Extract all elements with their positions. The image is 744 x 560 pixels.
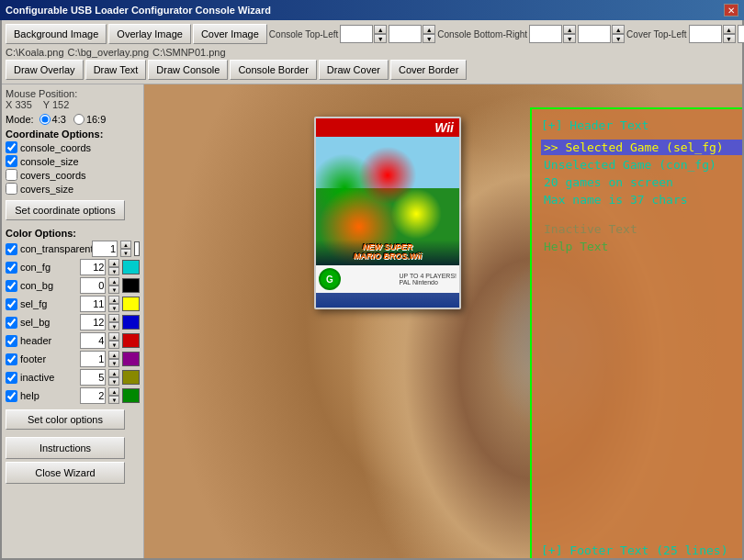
sel-fg-swatch[interactable] [122,297,140,311]
console-br-x-down[interactable]: ▼ [563,34,576,43]
header-swatch[interactable] [122,333,140,348]
sel-bg-swatch[interactable] [122,315,140,330]
footer-down[interactable]: ▼ [108,359,119,367]
con-bg-swatch[interactable] [122,278,140,293]
sel-fg-down[interactable]: ▼ [108,304,119,312]
file-row: C:\Koala.png C:\bg_overlay.png C:\SMNP01… [6,47,738,58]
console-br-y-down[interactable]: ▼ [612,34,625,43]
cover-image-button[interactable]: Cover Image [193,24,267,44]
con-fg-swatch[interactable] [122,260,140,274]
header-up[interactable]: ▲ [108,332,119,341]
console-br-y-up[interactable]: ▲ [612,25,625,34]
console-br-x-up[interactable]: ▲ [563,25,576,34]
header-checkbox[interactable] [6,335,17,347]
coordinate-options-label: Coordinate Options: [6,129,140,140]
footer-up[interactable]: ▲ [108,351,119,359]
console-border-button[interactable]: Console Border [230,60,316,80]
con-fg-spin[interactable] [80,259,106,275]
inactive-checkbox[interactable] [6,372,17,384]
cover-tl-x-up[interactable]: ▲ [723,25,736,34]
console-size-checkbox[interactable] [6,155,17,167]
con-bg-spin[interactable] [80,277,106,294]
set-coordinate-options-button[interactable]: Set coordinate options [6,200,125,220]
con-fg-up[interactable]: ▲ [108,259,119,267]
mouse-position: Mouse Position: X 335 Y 152 [6,88,140,110]
close-wizard-button[interactable]: Close Wizard [6,462,125,484]
console-br-y-input[interactable]: 443 [578,25,611,43]
help-up[interactable]: ▲ [108,387,119,396]
sel-bg-spin[interactable] [80,314,106,330]
draw-cover-button[interactable]: Draw Cover [319,60,389,80]
overlay-image-button[interactable]: Overlay Image [108,24,191,44]
cover-tl-y-spinner: 102 ▲ ▼ [738,25,744,43]
footer-spin[interactable] [80,351,106,367]
sel-bg-checkbox[interactable] [6,317,17,329]
console-tl-y-input[interactable]: 39 [389,25,422,43]
sel-bg-up[interactable]: ▲ [108,314,119,322]
mode-43-label[interactable]: 4:3 [39,114,66,125]
set-color-options-button[interactable]: Set color options [6,409,125,430]
inactive-up[interactable]: ▲ [108,369,119,377]
con-transparent-swatch[interactable] [134,241,140,256]
covers-size-checkbox[interactable] [6,183,17,195]
toolbar: Background Image Overlay Image Cover Ima… [2,20,742,84]
draw-overlay-button[interactable]: Draw Overlay [6,60,84,80]
cover-border-button[interactable]: Cover Border [390,60,467,80]
console-tl-x-up[interactable]: ▲ [374,25,387,34]
con-transparent-down[interactable]: ▼ [120,249,131,257]
help-row: help ▲ ▼ [6,387,140,404]
mode-radio-group: 4:3 16:9 [39,114,107,125]
con-transparent-spin[interactable] [92,241,118,257]
cover-tl-x-input[interactable]: 42 [689,25,722,43]
console-coords-checkbox[interactable] [6,141,17,153]
draw-text-button[interactable]: Draw Text [85,60,147,80]
con-fg-down[interactable]: ▼ [108,267,119,275]
console-tl-x-input[interactable]: 265 [340,25,373,43]
instructions-button[interactable]: Instructions [6,437,125,459]
con-bg-checkbox[interactable] [6,280,17,292]
sel-fg-up[interactable]: ▲ [108,296,119,304]
help-spin[interactable] [80,387,106,404]
console-tl-x-arrows: ▲ ▼ [374,25,387,43]
toolbar-row2: Draw Overlay Draw Text Draw Console Cons… [6,60,738,80]
header-row: header ▲ ▼ [6,332,140,349]
color-options-label: Color Options: [6,228,140,239]
con-transparent-up[interactable]: ▲ [120,241,131,249]
mode-169-radio[interactable] [73,114,85,125]
console-tl-y-up[interactable]: ▲ [423,25,435,34]
rating-badge: G [319,268,341,290]
close-button[interactable]: ✕ [724,4,738,17]
sel-fg-checkbox[interactable] [6,298,17,310]
inactive-down[interactable]: ▼ [108,377,119,386]
con-bg-up[interactable]: ▲ [108,277,119,286]
cover-text-small: UP TO 4 PLAYERS!PAL Nintendo [399,273,457,286]
inactive-swatch[interactable] [122,370,140,385]
con-transparent-checkbox[interactable] [6,243,17,255]
help-swatch[interactable] [122,388,140,403]
console-tl-y-down[interactable]: ▼ [423,34,435,43]
mode-169-label[interactable]: 16:9 [73,114,106,125]
help-checkbox[interactable] [6,390,17,402]
cover-tl-y-input[interactable]: 102 [738,25,744,43]
header-spin[interactable] [80,332,106,349]
help-down[interactable]: ▼ [108,396,119,404]
draw-console-button[interactable]: Draw Console [148,60,228,80]
title-bar: Configurable USB Loader Configurator Con… [0,0,744,20]
console-br-x-input[interactable]: 605 [529,25,562,43]
header-down[interactable]: ▼ [108,341,119,349]
covers-coords-checkbox[interactable] [6,169,17,181]
sel-bg-down[interactable]: ▼ [108,322,119,330]
background-image-button[interactable]: Background Image [6,24,107,44]
footer-swatch[interactable] [122,352,140,366]
cover-tl-x-spinner: 42 ▲ ▼ [689,25,736,43]
sel-fg-spin[interactable] [80,296,106,312]
inactive-label: inactive [20,372,77,383]
console-tl-x-down[interactable]: ▼ [374,34,387,43]
footer-checkbox[interactable] [6,353,17,365]
con-bg-down[interactable]: ▼ [108,286,119,294]
inactive-spin[interactable] [80,369,106,386]
con-fg-checkbox[interactable] [6,262,17,274]
con-transparent-label: con_transparent [20,243,89,254]
mode-43-radio[interactable] [39,114,51,125]
cover-tl-x-down[interactable]: ▼ [723,34,736,43]
